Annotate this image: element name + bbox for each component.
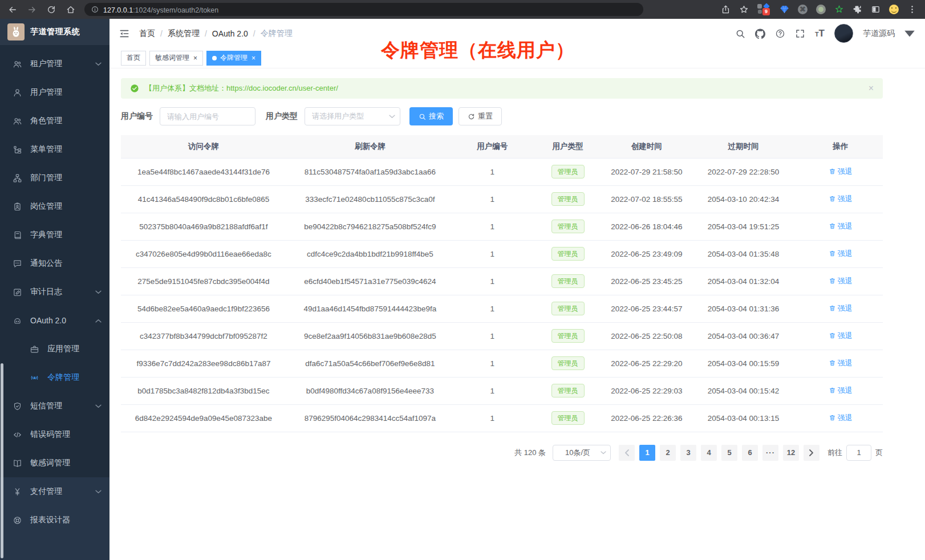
puzzle-extensions-icon[interactable] bbox=[853, 5, 862, 14]
browser-back-button[interactable] bbox=[8, 5, 17, 14]
user-type-select[interactable]: 请选择用户类型 bbox=[305, 107, 400, 125]
user-id-cell: 1 bbox=[454, 185, 531, 213]
page-button-12[interactable]: 12 bbox=[783, 445, 799, 461]
table-row: c342377bf8b344799dcbf7bf095287f29ce8ef2a… bbox=[121, 322, 883, 350]
breadcrumb-item[interactable]: OAuth 2.0 bbox=[212, 29, 248, 38]
page-info-icon[interactable] bbox=[91, 6, 99, 13]
access-token-cell: 41c41346a548490f9dc8b01c6bfe0865 bbox=[121, 185, 286, 213]
sidebar-item-tenant[interactable]: 租户管理 bbox=[0, 50, 109, 78]
split-view-icon[interactable] bbox=[871, 5, 881, 14]
sidebar-item-dept[interactable]: 部门管理 bbox=[0, 164, 109, 192]
refresh-token-cell: 9ce8ef2aa9f14056b831ae9b608e28d5 bbox=[286, 322, 454, 350]
sidebar-item-audit-log[interactable]: 审计日志 bbox=[0, 278, 109, 306]
force-logout-button[interactable]: 强退 bbox=[829, 358, 853, 368]
alert-close-icon[interactable]: × bbox=[869, 84, 874, 93]
gem-extension-icon[interactable] bbox=[780, 5, 789, 14]
address-bar[interactable]: 127.0.0.1:1024/system/oauth2/token bbox=[84, 3, 643, 16]
sidebar-item-sms[interactable]: 短信管理 bbox=[0, 392, 109, 420]
tab-close-icon[interactable]: × bbox=[193, 54, 197, 62]
table-row: 41c41346a548490f9dc8b01c6bfe0865333ecfc7… bbox=[121, 185, 883, 213]
sidebar-item-report-designer[interactable]: 报表设计器 bbox=[0, 506, 109, 534]
fullscreen-icon[interactable] bbox=[795, 29, 805, 39]
green-star-extension-icon[interactable] bbox=[834, 5, 844, 14]
breadcrumb-item[interactable]: 系统管理 bbox=[168, 29, 200, 39]
extension-badge: 9 bbox=[762, 8, 770, 15]
search-button[interactable]: 搜索 bbox=[409, 107, 453, 125]
sidebar-item-role[interactable]: 角色管理 bbox=[0, 107, 109, 135]
browser-home-button[interactable] bbox=[66, 5, 75, 14]
command-extension-icon[interactable]: ⌘ bbox=[798, 5, 808, 14]
tree-icon bbox=[13, 145, 22, 155]
help-icon[interactable] bbox=[775, 29, 785, 39]
sidebar-item-notice[interactable]: 通知公告 bbox=[0, 249, 109, 278]
page-button-1[interactable]: 1 bbox=[639, 445, 655, 461]
breadcrumb-item[interactable]: 首页 bbox=[139, 29, 155, 39]
tab-label: 首页 bbox=[127, 53, 140, 63]
goto-page-input[interactable] bbox=[846, 445, 871, 461]
force-logout-button[interactable]: 强退 bbox=[829, 194, 853, 204]
prev-page-button[interactable] bbox=[619, 445, 635, 461]
sidebar-item-label: 部门管理 bbox=[30, 173, 102, 183]
ring-extension-icon[interactable] bbox=[816, 5, 826, 14]
user-name[interactable]: 芋道源码 bbox=[863, 29, 895, 39]
extensions-cluster-icon[interactable]: 9 bbox=[757, 3, 771, 16]
sidebar-item-sensitive-word[interactable]: 敏感词管理 bbox=[0, 449, 109, 477]
user-type-cell: 管理员 bbox=[531, 295, 605, 322]
sidebar-item-oauth2[interactable]: OAuth 2.0 bbox=[0, 306, 109, 335]
user-id-cell: 1 bbox=[454, 240, 531, 267]
app-logo[interactable]: 芋道管理系统 bbox=[0, 19, 109, 45]
page-button-4[interactable]: 4 bbox=[701, 445, 717, 461]
profile-avatar-icon[interactable] bbox=[889, 5, 899, 14]
browser-reload-button[interactable] bbox=[47, 5, 56, 14]
refresh-token-cell: dfa6c71a50a54c66bef706ef9e6e8d81 bbox=[286, 350, 454, 377]
sidebar-item-oauth2-token[interactable]: 令牌管理 bbox=[0, 363, 109, 392]
browser-forward-button[interactable] bbox=[27, 5, 36, 14]
page-ellipsis[interactable]: ··· bbox=[762, 445, 778, 461]
expire-time-cell: 2054-03-04 00:13:15 bbox=[688, 404, 798, 432]
page-button-3[interactable]: 3 bbox=[680, 445, 696, 461]
sidebar-item-menu[interactable]: 菜单管理 bbox=[0, 135, 109, 164]
page-button-6[interactable]: 6 bbox=[742, 445, 758, 461]
github-icon[interactable] bbox=[755, 29, 765, 39]
doc-link[interactable]: https://doc.iocoder.cn/user-center/ bbox=[226, 84, 338, 92]
sidebar-item-dict[interactable]: 字典管理 bbox=[0, 221, 109, 249]
force-logout-button[interactable]: 强退 bbox=[829, 167, 853, 177]
tab-close-icon[interactable]: × bbox=[251, 54, 255, 62]
refresh-token-cell: 8796295f04064c2983414cc54af1097a bbox=[286, 404, 454, 432]
force-logout-button[interactable]: 强退 bbox=[829, 331, 853, 341]
refresh-token-cell: be90422b8c7946218275a508bf524fc9 bbox=[286, 213, 454, 240]
sidebar-item-pay[interactable]: 支付管理 bbox=[0, 477, 109, 506]
sidebar-scrollbar[interactable] bbox=[1, 363, 3, 558]
force-logout-button[interactable]: 强退 bbox=[829, 249, 853, 259]
book-icon bbox=[13, 458, 22, 468]
user-type-cell: 管理员 bbox=[531, 404, 605, 432]
force-logout-button[interactable]: 强退 bbox=[829, 385, 853, 396]
sidebar-item-oauth2-app[interactable]: 应用管理 bbox=[0, 335, 109, 363]
url-host: 127.0.0.1 bbox=[103, 6, 133, 14]
token-table: 访问令牌刷新令牌用户编号用户类型创建时间过期时间操作 1ea5e44f8bc14… bbox=[121, 135, 883, 432]
font-size-icon[interactable]: TT bbox=[815, 29, 825, 38]
sidebar-fold-icon[interactable] bbox=[119, 28, 130, 39]
bookmark-star-icon[interactable] bbox=[739, 5, 749, 14]
page-button-2[interactable]: 2 bbox=[660, 445, 676, 461]
tab-令牌管理[interactable]: 令牌管理× bbox=[206, 51, 261, 66]
sidebar-item-error-code[interactable]: 错误码管理 bbox=[0, 420, 109, 449]
user-menu-caret-icon[interactable] bbox=[904, 29, 915, 39]
force-logout-button[interactable]: 强退 bbox=[829, 276, 853, 286]
reset-button[interactable]: 重置 bbox=[459, 107, 502, 125]
search-icon[interactable] bbox=[735, 29, 745, 39]
browser-menu-icon[interactable] bbox=[907, 5, 917, 14]
tab-敏感词管理[interactable]: 敏感词管理× bbox=[149, 51, 203, 66]
next-page-button[interactable] bbox=[804, 445, 819, 461]
tab-首页[interactable]: 首页 bbox=[121, 51, 146, 66]
force-logout-button[interactable]: 强退 bbox=[829, 413, 853, 423]
share-icon[interactable] bbox=[721, 5, 731, 14]
page-button-5[interactable]: 5 bbox=[721, 445, 737, 461]
user-id-input[interactable] bbox=[160, 107, 255, 125]
sidebar-item-post[interactable]: 岗位管理 bbox=[0, 192, 109, 221]
user-avatar[interactable] bbox=[834, 24, 853, 43]
force-logout-button[interactable]: 强退 bbox=[829, 303, 853, 314]
sidebar-item-user[interactable]: 用户管理 bbox=[0, 78, 109, 107]
force-logout-button[interactable]: 强退 bbox=[829, 221, 853, 232]
yen-icon bbox=[13, 487, 22, 497]
